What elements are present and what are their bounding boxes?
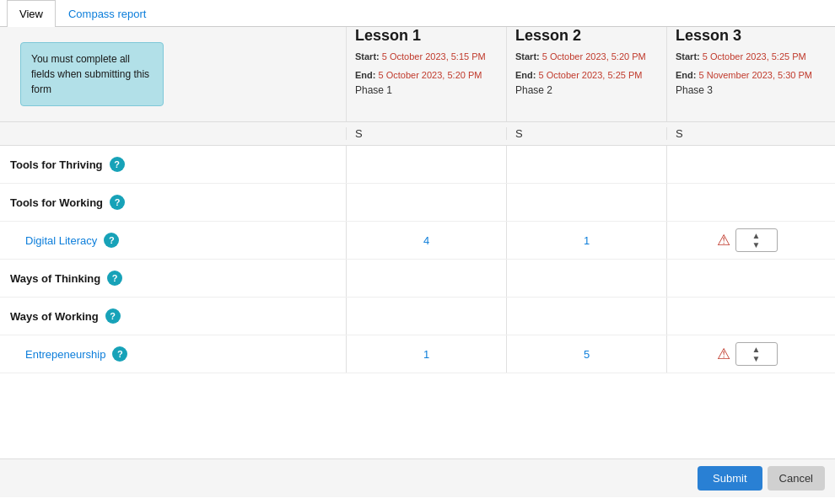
row-label-col: Entrepeneurship ? xyxy=(0,340,346,368)
row-label-col: Ways of Thinking ? xyxy=(0,264,346,292)
lesson2-end-label: End: xyxy=(515,70,536,80)
digital-literacy-cell1: 4 xyxy=(346,222,506,259)
entrepeneurship-help-icon[interactable]: ? xyxy=(112,346,127,362)
lesson2-header: Lesson 2 Start: 5 October 2023, 5:20 PM … xyxy=(506,27,666,121)
tab-view[interactable]: View xyxy=(7,0,56,27)
ways-working-label: Ways of Working xyxy=(10,310,99,323)
tools-thriving-label: Tools for Thriving xyxy=(10,158,103,171)
lesson3-header: Lesson 3 Start: 5 October 2023, 5:25 PM … xyxy=(666,27,827,121)
table-row: Tools for Thriving ? xyxy=(0,146,835,184)
error-icon: ⚠ xyxy=(717,345,730,363)
spinner-box[interactable]: ▲ ▼ xyxy=(735,342,778,366)
row-label-col: Tools for Working ? xyxy=(0,188,346,217)
entrepeneurship-cell3: ⚠ ▲ ▼ xyxy=(666,335,827,373)
tools-working-cell1 xyxy=(346,184,506,221)
lesson3-title: Lesson 3 xyxy=(676,27,818,45)
ways-working-help-icon[interactable]: ? xyxy=(105,308,121,324)
lessons-header-area: Lesson 1 Start: 5 October 2023, 5:15 PM … xyxy=(346,27,835,121)
row-label-col: Tools for Thriving ? xyxy=(0,150,346,179)
lesson2-phase: Phase 2 xyxy=(515,84,658,96)
tools-thriving-cell1 xyxy=(346,146,506,183)
lesson2-end-date: 5 October 2023, 5:25 PM xyxy=(539,70,643,80)
table-row: Ways of Working ? xyxy=(0,298,835,335)
main-content: You must complete all fields when submit… xyxy=(0,27,835,497)
error-icon: ⚠ xyxy=(717,231,730,249)
ways-thinking-cell3 xyxy=(666,260,827,297)
tab-compass-report[interactable]: Compass report xyxy=(56,0,159,27)
lesson2-start-date: 5 October 2023, 5:20 PM xyxy=(542,51,646,62)
ways-working-cell1 xyxy=(346,298,506,335)
ways-thinking-cell2 xyxy=(506,260,666,297)
lesson1-end-label: End: xyxy=(355,70,375,80)
button-row: Submit Cancel xyxy=(0,458,835,497)
row-label-col: Ways of Working ? xyxy=(0,302,346,330)
entrepeneurship-value2: 5 xyxy=(584,348,590,361)
subheader-s3: S xyxy=(666,127,827,140)
tools-thriving-cell3 xyxy=(666,146,827,183)
cell-with-error: ⚠ ▲ ▼ xyxy=(717,228,778,252)
lesson2-title: Lesson 2 xyxy=(515,27,658,45)
lesson1-header: Lesson 1 Start: 5 October 2023, 5:15 PM … xyxy=(346,27,506,121)
row-label-col: Digital Literacy ? xyxy=(0,226,346,255)
tab-bar: View Compass report xyxy=(0,0,835,27)
digital-literacy-value2: 1 xyxy=(584,234,590,247)
table-row: Digital Literacy ? 4 1 ⚠ ▲ ▼ xyxy=(0,222,835,260)
table-row: Ways of Thinking ? xyxy=(0,260,835,298)
cancel-button[interactable]: Cancel xyxy=(768,466,825,491)
spinner-box[interactable]: ▲ ▼ xyxy=(735,228,778,252)
subheader-label-spacer xyxy=(0,127,346,140)
lesson3-phase: Phase 3 xyxy=(676,84,818,96)
lesson3-end-date: 5 November 2023, 5:30 PM xyxy=(699,70,813,80)
lesson1-start-date: 5 October 2023, 5:15 PM xyxy=(382,51,486,62)
digital-literacy-help-icon[interactable]: ? xyxy=(104,233,119,248)
warning-box: You must complete all fields when submit… xyxy=(20,42,164,106)
lesson3-start-date: 5 October 2023, 5:25 PM xyxy=(703,51,806,62)
lesson2-start-label: Start: xyxy=(515,51,540,62)
submit-button[interactable]: Submit xyxy=(698,466,762,491)
ways-thinking-help-icon[interactable]: ? xyxy=(107,271,122,286)
digital-literacy-cell3: ⚠ ▲ ▼ xyxy=(666,222,827,259)
ways-working-cell3 xyxy=(666,298,827,335)
cell-with-error: ⚠ ▲ ▼ xyxy=(717,342,778,366)
lesson1-start-label: Start: xyxy=(355,51,380,62)
lesson1-phase: Phase 1 xyxy=(355,84,498,96)
entrepeneurship-cell2: 5 xyxy=(506,335,666,373)
entrepeneurship-label: Entrepeneurship xyxy=(25,348,105,361)
header-section: You must complete all fields when submit… xyxy=(0,27,835,122)
lesson1-title: Lesson 1 xyxy=(355,27,498,45)
tools-thriving-cell2 xyxy=(506,146,666,183)
table-row: Tools for Working ? xyxy=(0,184,835,222)
ways-thinking-label: Ways of Thinking xyxy=(10,272,100,285)
lesson1-end-date: 5 October 2023, 5:20 PM xyxy=(379,70,482,80)
tools-working-cell3 xyxy=(666,184,827,221)
entrepeneurship-value1: 1 xyxy=(423,348,429,361)
table-area: Tools for Thriving ? Tools for Working ?… xyxy=(0,146,835,458)
tools-working-help-icon[interactable]: ? xyxy=(110,195,125,210)
entrepeneurship-cell1: 1 xyxy=(346,335,506,373)
tools-working-cell2 xyxy=(506,184,666,221)
digital-literacy-label: Digital Literacy xyxy=(25,234,97,247)
digital-literacy-value1: 4 xyxy=(423,234,429,247)
lesson3-end-label: End: xyxy=(676,70,696,80)
subheader-s2: S xyxy=(506,127,666,140)
ways-thinking-cell1 xyxy=(346,260,506,297)
subheader-s1: S xyxy=(346,127,506,140)
ways-working-cell2 xyxy=(506,298,666,335)
lesson3-start-label: Start: xyxy=(676,51,700,62)
tools-thriving-help-icon[interactable]: ? xyxy=(110,157,125,172)
table-row: Entrepeneurship ? 1 5 ⚠ ▲ ▼ xyxy=(0,335,835,373)
tools-working-label: Tools for Working xyxy=(10,196,103,209)
digital-literacy-cell2: 1 xyxy=(506,222,666,259)
subheader-row: S S S xyxy=(0,122,835,146)
warning-area: You must complete all fields when submit… xyxy=(0,27,346,121)
